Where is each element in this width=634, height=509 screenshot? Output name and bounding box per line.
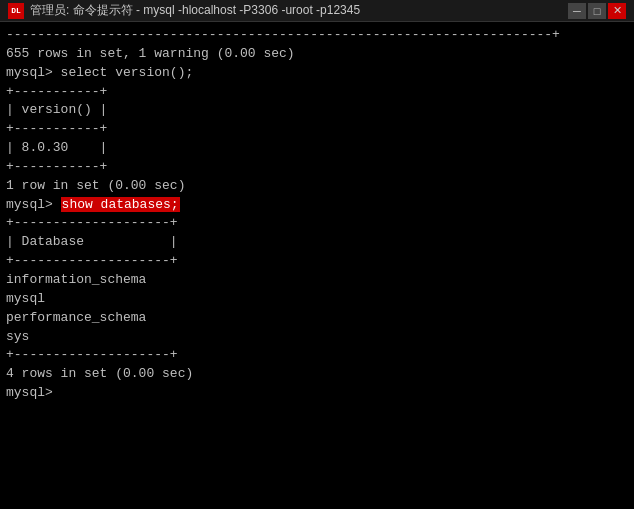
terminal-line-2: 655 rows in set, 1 warning (0.00 sec)	[6, 45, 628, 64]
terminal-line-4: mysql> select version();	[6, 64, 628, 83]
terminal-line-6: | version() |	[6, 101, 628, 120]
terminal-window[interactable]: ----------------------------------------…	[0, 22, 634, 509]
terminal-line-15: +--------------------+	[6, 252, 628, 271]
terminal-line-8: | 8.0.30 |	[6, 139, 628, 158]
title-bar-text: 管理员: 命令提示符 - mysql -hlocalhost -P3306 -u…	[30, 2, 562, 19]
terminal-line-14: | Database |	[6, 233, 628, 252]
terminal-line-20: +--------------------+	[6, 346, 628, 365]
window-controls: ─ □ ✕	[568, 3, 626, 19]
terminal-line-7: +-----------+	[6, 120, 628, 139]
terminal-line-17: mysql	[6, 290, 628, 309]
terminal-line-18: performance_schema	[6, 309, 628, 328]
maximize-button[interactable]: □	[588, 3, 606, 19]
warning-text: warning	[154, 46, 209, 61]
terminal-line-5: +-----------+	[6, 83, 628, 102]
terminal-line-12: mysql> show databases;	[6, 196, 628, 215]
terminal-line-9: +-----------+	[6, 158, 628, 177]
terminal-line-19: sys	[6, 328, 628, 347]
terminal-line-16: information_schema	[6, 271, 628, 290]
app-icon: DL	[8, 3, 24, 19]
terminal-line-21: 4 rows in set (0.00 sec)	[6, 365, 628, 384]
terminal-prompt: mysql>	[6, 384, 628, 403]
terminal-line-10: 1 row in set (0.00 sec)	[6, 177, 628, 196]
highlighted-command: show databases;	[61, 197, 180, 212]
close-button[interactable]: ✕	[608, 3, 626, 19]
terminal-line-1: ----------------------------------------…	[6, 26, 628, 45]
terminal-line-13: +--------------------+	[6, 214, 628, 233]
title-bar: DL 管理员: 命令提示符 - mysql -hlocalhost -P3306…	[0, 0, 634, 22]
minimize-button[interactable]: ─	[568, 3, 586, 19]
